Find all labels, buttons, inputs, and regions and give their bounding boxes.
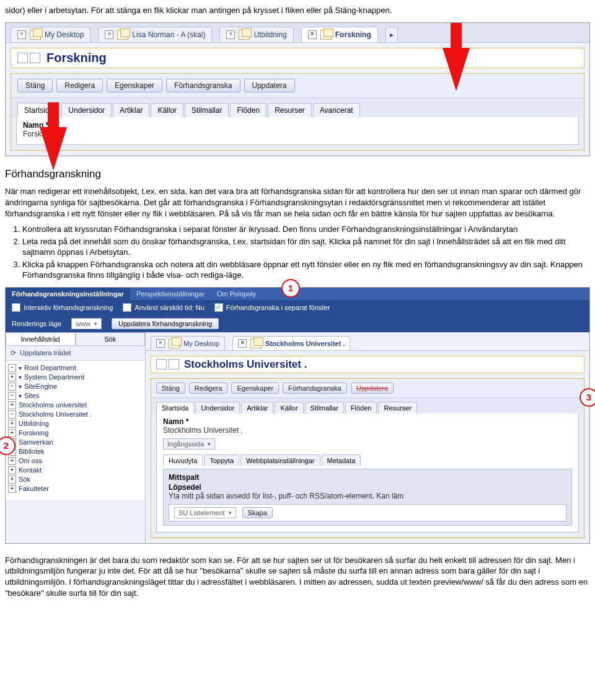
innertab-toppyta[interactable]: Toppyta bbox=[204, 454, 239, 466]
redigera-button[interactable]: Redigera bbox=[189, 383, 228, 394]
chevron-down-icon: ▾ bbox=[94, 321, 97, 327]
tree-system-department[interactable]: System Department bbox=[24, 373, 84, 381]
subtab-floden[interactable]: Flöden bbox=[230, 103, 267, 117]
settings-tab-preview[interactable]: Förhandsgranskningsinställningar bbox=[6, 288, 130, 300]
expand-icon[interactable]: + bbox=[8, 429, 16, 437]
tab-more[interactable]: ▸ bbox=[386, 27, 398, 42]
tab-my-desktop[interactable]: × My Desktop bbox=[151, 336, 225, 350]
subtab-resurser[interactable]: Resurser bbox=[268, 103, 312, 117]
tree-item[interactable]: Utbildning bbox=[19, 420, 49, 427]
left-pane: Innehållsträd Sök ⟳ Uppdatera trädet −▾R… bbox=[6, 332, 146, 543]
collapse-icon[interactable]: − bbox=[8, 392, 16, 400]
subtab-floden[interactable]: Flöden bbox=[345, 402, 377, 414]
stang-button[interactable]: Stäng bbox=[156, 383, 185, 394]
collapse-icon[interactable]: − bbox=[8, 410, 16, 419]
tree-item[interactable]: Samverkan bbox=[19, 438, 53, 446]
close-icon[interactable]: × bbox=[226, 30, 235, 39]
collapse-icon[interactable]: − bbox=[8, 383, 16, 391]
left-tab-tree[interactable]: Innehållsträd bbox=[6, 332, 76, 346]
expand-icon[interactable]: + bbox=[8, 457, 16, 465]
subtab-artiklar[interactable]: Artiklar bbox=[113, 103, 149, 117]
tree-item[interactable]: Bibliotek bbox=[19, 448, 45, 455]
tab-label: Lisa Norman - A (skal) bbox=[132, 30, 205, 39]
skapa-button[interactable]: Skapa bbox=[242, 507, 273, 518]
tab-forskning[interactable]: × Forskning bbox=[301, 27, 378, 42]
expand-icon[interactable]: + bbox=[8, 401, 16, 409]
element-type-select[interactable]: SU Listelement ▾ bbox=[174, 507, 236, 518]
collapse-icon[interactable]: − bbox=[8, 364, 16, 372]
workspace-tabstrip: × My Desktop × Stockholms Universitet . bbox=[146, 332, 589, 351]
doc-icon bbox=[156, 359, 167, 370]
left-tab-search[interactable]: Sök bbox=[76, 332, 146, 346]
expand-icon[interactable]: + bbox=[8, 466, 16, 474]
refresh-label: Uppdatera trädet bbox=[20, 349, 71, 357]
tree-item[interactable]: Kontakt bbox=[19, 466, 42, 474]
subtab-startsida[interactable]: Startsida bbox=[156, 402, 194, 414]
forhandsgranska-button[interactable]: Förhandsgranska bbox=[283, 383, 347, 394]
checkbox-label: Förhandsgranska i separat fönster bbox=[226, 304, 330, 311]
stang-button[interactable]: Stäng bbox=[17, 79, 53, 92]
close-icon[interactable]: × bbox=[156, 339, 165, 348]
close-icon[interactable]: × bbox=[17, 30, 26, 39]
annotation-arrow-stang bbox=[40, 127, 67, 171]
egenskaper-button[interactable]: Egenskaper bbox=[231, 383, 279, 394]
subtab-stilmallar[interactable]: Stilmallar bbox=[185, 103, 229, 117]
tree-item[interactable]: Om oss bbox=[19, 457, 42, 464]
tree-item[interactable]: Sök bbox=[19, 476, 30, 483]
checkbox-interactive-preview[interactable] bbox=[12, 303, 20, 312]
tree-sites[interactable]: Sites bbox=[24, 392, 39, 399]
subtab-artiklar[interactable]: Artiklar bbox=[241, 402, 273, 414]
redigera-button[interactable]: Redigera bbox=[56, 79, 103, 92]
subtab-stilmallar[interactable]: Stilmallar bbox=[305, 402, 344, 414]
bullet-icon: ▾ bbox=[19, 392, 22, 399]
subtab-kallor[interactable]: Källor bbox=[151, 103, 183, 117]
innertab-huvudyta[interactable]: Huvudyta bbox=[163, 454, 203, 466]
render-mode-select[interactable]: www ▾ bbox=[71, 318, 102, 329]
refresh-icon: ⟳ bbox=[11, 349, 16, 357]
close-icon[interactable]: × bbox=[308, 30, 317, 39]
innertab-metadata[interactable]: Metadata bbox=[322, 454, 361, 466]
expand-icon[interactable]: + bbox=[8, 420, 16, 428]
subtab-undersidor[interactable]: Undersidor bbox=[195, 402, 240, 414]
subtab-undersidor[interactable]: Undersidor bbox=[61, 103, 112, 117]
expand-icon[interactable]: + bbox=[8, 485, 16, 493]
uppdatera-button[interactable]: Uppdatera bbox=[351, 383, 394, 394]
tab-my-desktop[interactable]: × My Desktop bbox=[11, 27, 90, 42]
form-area: Namn * Forskning bbox=[16, 117, 579, 145]
update-preview-button[interactable]: Uppdatera förhandsgranskning bbox=[112, 318, 219, 329]
page-title: Stockholms Universitet . bbox=[184, 358, 307, 371]
checkbox-label: Använd särskild tid: Nu bbox=[134, 304, 205, 311]
subtab-avancerat[interactable]: Avancerat bbox=[313, 103, 360, 117]
expand-icon[interactable]: + bbox=[8, 476, 16, 484]
tree-item[interactable]: Stockholms universitet bbox=[19, 401, 87, 409]
close-icon[interactable]: × bbox=[238, 339, 247, 348]
settings-tab-perspective[interactable]: Perspektivinställningar bbox=[130, 288, 211, 300]
tree-siteengine[interactable]: SiteEngine bbox=[24, 383, 57, 390]
tab-stockholms-universitet[interactable]: × Stockholms Universitet . bbox=[232, 336, 350, 350]
tab-utbildning[interactable]: × Utbildning bbox=[219, 27, 293, 42]
tree-item[interactable]: Forskning bbox=[19, 429, 48, 436]
page-icon bbox=[169, 339, 180, 348]
step-list: Kontrollera att kryssrutan Förhandsgrans… bbox=[5, 224, 590, 281]
tree-item[interactable]: Fakulteter bbox=[19, 485, 49, 492]
settings-tab-about[interactable]: Om Polopoly bbox=[211, 288, 262, 300]
page-type-select[interactable]: Ingångssida ▾ bbox=[163, 438, 215, 450]
egenskaper-button[interactable]: Egenskaper bbox=[107, 79, 162, 92]
chevron-right-icon: ▸ bbox=[390, 30, 394, 39]
innertab-webbplats[interactable]: Webbplatsinställningar bbox=[240, 454, 320, 466]
tree-item[interactable]: Stockholms Universitet . bbox=[19, 410, 92, 418]
checkbox-use-time[interactable] bbox=[123, 303, 131, 312]
expand-icon[interactable]: + bbox=[8, 373, 16, 381]
tree-root[interactable]: Root Department bbox=[24, 364, 76, 371]
checkbox-separate-window[interactable] bbox=[214, 303, 223, 312]
tab-lisa-norman[interactable]: × Lisa Norman - A (skal) bbox=[98, 27, 212, 42]
forhandsgranska-button[interactable]: Förhandsgranska bbox=[166, 79, 240, 92]
page-title: Forskning bbox=[46, 51, 107, 65]
uppdatera-button[interactable]: Uppdatera bbox=[244, 79, 295, 92]
chevron-down-icon: ▾ bbox=[208, 441, 211, 447]
screenshot-tabs-and-buttons: × My Desktop × Lisa Norman - A (skal) × … bbox=[5, 22, 590, 156]
close-icon[interactable]: × bbox=[105, 30, 113, 39]
subtab-kallor[interactable]: Källor bbox=[275, 402, 303, 414]
subtab-resurser[interactable]: Resurser bbox=[378, 402, 417, 414]
refresh-tree-button[interactable]: ⟳ Uppdatera trädet bbox=[6, 346, 145, 361]
